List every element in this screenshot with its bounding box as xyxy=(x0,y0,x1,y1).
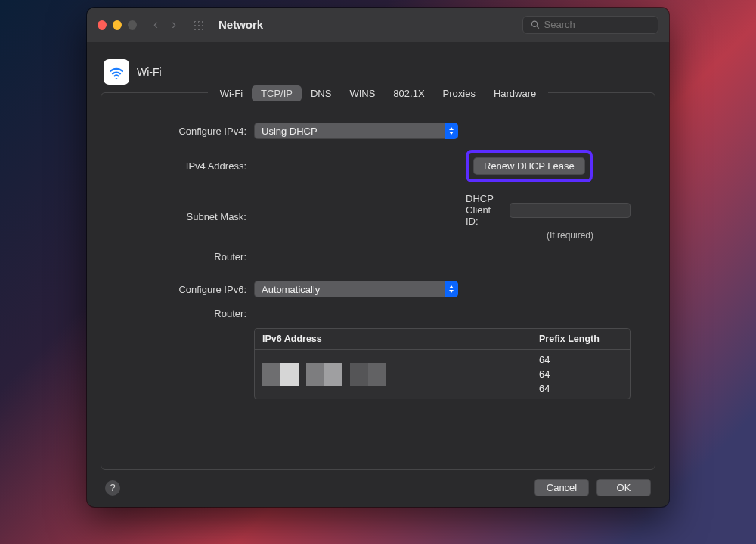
tab-hardware[interactable]: Hardware xyxy=(485,85,545,101)
hint-if-required: (If required) xyxy=(510,230,631,241)
cancel-button[interactable]: Cancel xyxy=(534,479,589,496)
select-configure-ipv4[interactable]: Using DHCP xyxy=(254,123,458,139)
titlebar: ‹ › Network xyxy=(87,8,669,42)
select-configure-ipv6[interactable]: Automatically xyxy=(254,281,458,297)
label-subnet-mask: Subnet Mask: xyxy=(125,211,246,222)
tab-8021x[interactable]: 802.1X xyxy=(384,85,433,101)
col-ipv6-address[interactable]: IPv6 Address xyxy=(255,329,531,349)
back-button[interactable]: ‹ xyxy=(149,15,163,34)
chevron-updown-icon xyxy=(445,281,458,297)
nav-arrows: ‹ › xyxy=(149,15,181,34)
label-dhcp-client-id: DHCP Client ID: xyxy=(466,193,503,227)
help-button[interactable]: ? xyxy=(105,480,120,496)
tcpip-form: Configure IPv4: Using DHCP IPv4 Address:… xyxy=(109,109,647,324)
label-router4: Router: xyxy=(125,251,246,263)
prefix-length-row: 64 xyxy=(539,383,622,394)
tab-wins[interactable]: WINS xyxy=(340,85,384,101)
tab-dns[interactable]: DNS xyxy=(302,85,340,101)
label-ipv4-address: IPv4 Address: xyxy=(125,160,246,172)
svg-line-1 xyxy=(537,26,539,29)
select-ipv6-value: Automatically xyxy=(262,284,320,295)
renew-dhcp-lease-button[interactable]: Renew DHCP Lease xyxy=(473,157,585,175)
close-window-button[interactable] xyxy=(98,20,107,30)
label-router6: Router: xyxy=(125,308,246,319)
minimize-window-button[interactable] xyxy=(113,20,122,30)
tabstrip: Wi-Fi TCP/IP DNS WINS 802.1X Proxies Har… xyxy=(208,85,549,101)
ipv6-address-cells xyxy=(255,350,531,399)
ipv6-prefix-cells: 64 64 64 xyxy=(531,350,630,399)
footer: ? Cancel OK xyxy=(101,470,655,496)
tab-tcpip[interactable]: TCP/IP xyxy=(252,85,302,101)
show-all-button[interactable] xyxy=(193,20,205,30)
col-prefix-length[interactable]: Prefix Length xyxy=(531,329,630,349)
tab-proxies[interactable]: Proxies xyxy=(434,85,485,101)
dhcp-client-id-input[interactable] xyxy=(510,203,631,218)
wifi-icon xyxy=(104,59,129,85)
highlight-renew-dhcp: Renew DHCP Lease xyxy=(466,150,593,182)
search-input[interactable] xyxy=(544,19,650,30)
zoom-window-button[interactable] xyxy=(128,20,137,30)
sheet-title: Wi-Fi xyxy=(137,66,162,78)
forward-button[interactable]: › xyxy=(167,15,181,34)
window-body: Wi-Fi Wi-Fi TCP/IP DNS WINS 802.1X Proxi… xyxy=(87,42,669,507)
label-configure-ipv6: Configure IPv6: xyxy=(125,284,246,295)
prefix-length-row: 64 xyxy=(539,354,622,365)
label-configure-ipv4: Configure IPv4: xyxy=(125,126,246,137)
chevron-updown-icon xyxy=(445,123,458,139)
preferences-window: ‹ › Network Wi-Fi Wi-Fi TCP/IP DNS WINS … xyxy=(87,8,669,507)
ipv6-table: IPv6 Address Prefix Length 64 64 64 xyxy=(254,328,631,399)
svg-point-0 xyxy=(531,21,537,26)
search-icon xyxy=(531,20,540,30)
settings-panel: Wi-Fi TCP/IP DNS WINS 802.1X Proxies Har… xyxy=(101,92,655,470)
prefix-length-row: 64 xyxy=(539,368,622,380)
window-title: Network xyxy=(218,18,263,31)
tab-wifi[interactable]: Wi-Fi xyxy=(211,85,252,101)
traffic-lights xyxy=(98,20,137,30)
ok-button[interactable]: OK xyxy=(596,479,651,496)
search-field[interactable] xyxy=(522,16,658,34)
select-ipv4-value: Using DHCP xyxy=(262,126,318,137)
